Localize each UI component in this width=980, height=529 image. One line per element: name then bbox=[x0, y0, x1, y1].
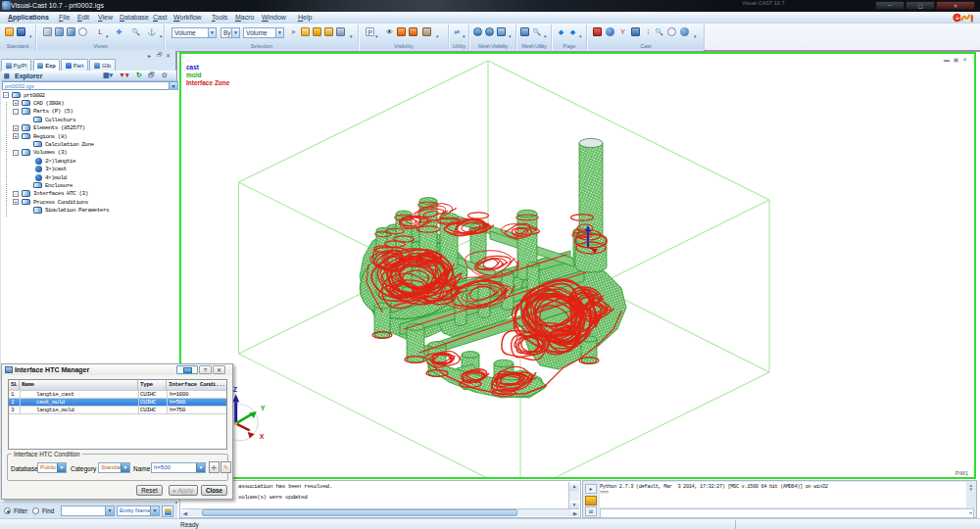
svg-text:Y: Y bbox=[261, 405, 266, 411]
svg-text:Z: Z bbox=[233, 386, 238, 393]
svg-text:X: X bbox=[260, 433, 265, 440]
